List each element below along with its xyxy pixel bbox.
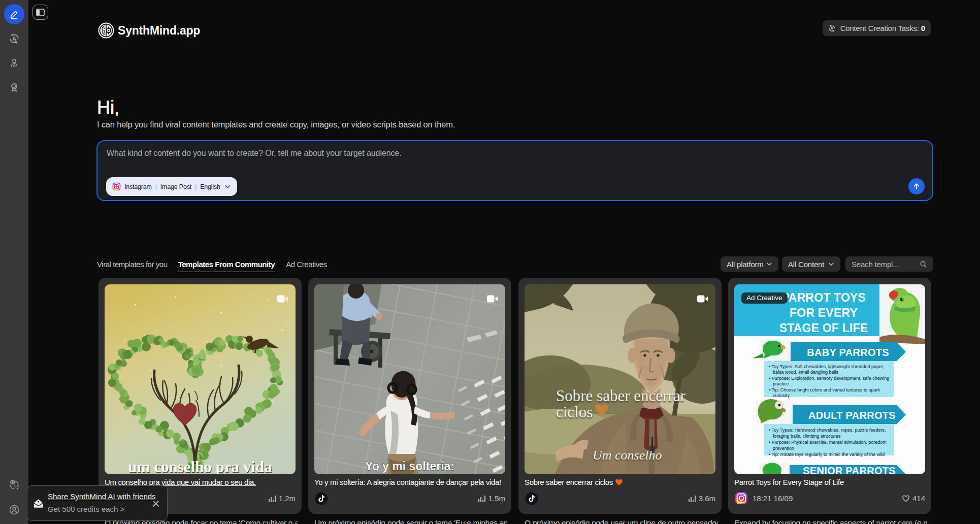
svg-text:SENIOR PARROTS: SENIOR PARROTS	[803, 465, 896, 474]
svg-text:STAGE OF LIFE: STAGE OF LIFE	[779, 321, 868, 335]
svg-text:curiosity: curiosity	[773, 393, 790, 398]
svg-text:• Toy Types: Hardwood chewable: • Toy Types: Hardwood chewables, ropes, …	[769, 428, 886, 433]
svg-text:• Tip: Rotate toys regularly t: • Tip: Rotate toys regularly to mimic th…	[769, 452, 885, 457]
svg-text:Yo y mi soltería:: Yo y mi soltería:	[365, 460, 454, 473]
svg-text:• Purpose: Physical exercise,: • Purpose: Physical exercise, mental sti…	[769, 440, 887, 445]
svg-text:A: A	[831, 26, 833, 30]
svg-text:prevention: prevention	[773, 446, 794, 451]
svg-text:• Tip: Choose bright colors an: • Tip: Choose bright colors and varied t…	[769, 387, 880, 392]
svg-text:FOR EVERY: FOR EVERY	[790, 306, 858, 319]
svg-text:balsa wood, small dangling bel: balsa wood, small dangling bells	[773, 370, 839, 375]
svg-text:Um conselho: Um conselho	[593, 448, 662, 463]
svg-text:Sobre saber encerrar: Sobre saber encerrar	[556, 387, 685, 405]
svg-text:En: En	[14, 484, 19, 488]
svg-text:practice: practice	[773, 381, 789, 386]
svg-text:foraging balls, climbing struc: foraging balls, climbing structures	[773, 434, 841, 439]
svg-text:um conselho pra vida: um conselho pra vida	[128, 458, 272, 474]
svg-text:• Purpose: Exploration, sensor: • Purpose: Exploration, sensory developm…	[769, 376, 889, 381]
svg-text:ADULT PARROTS: ADULT PARROTS	[808, 410, 896, 421]
svg-text:ciclos: ciclos	[556, 403, 593, 421]
svg-text:BABY PARROTS: BABY PARROTS	[807, 347, 889, 358]
svg-text:PARROT TOYS: PARROT TOYS	[781, 291, 866, 304]
svg-text:A: A	[12, 36, 16, 42]
svg-text:• Toy Types: Soft chewables, l: • Toy Types: Soft chewables, lightweight…	[769, 364, 884, 369]
